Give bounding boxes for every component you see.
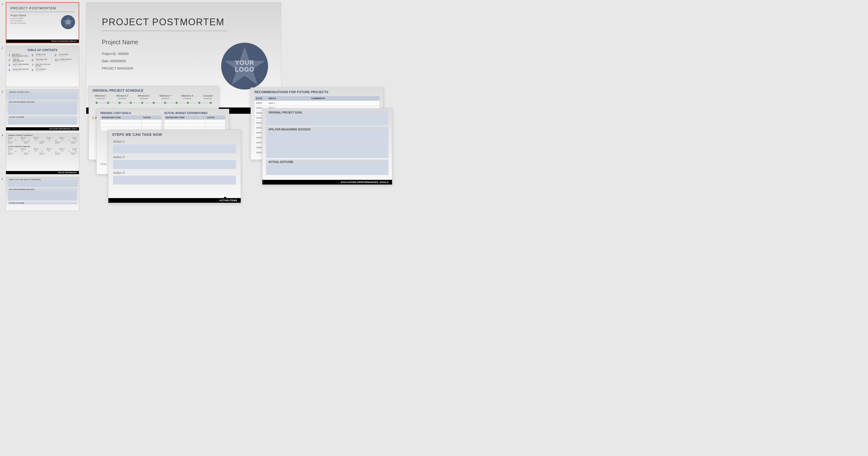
slide-canvas: PROJECT POSTMORTEM Project Name Project … <box>81 0 868 456</box>
schedule-milestones: Milestone 100/00/00Milestone 300/00/00Mi… <box>89 95 219 100</box>
thumb-number: 3 <box>2 90 6 93</box>
goal-card[interactable]: ORIGINAL PROJECT GOAL KPIs FOR MEASURING… <box>262 108 392 185</box>
schedule-timeline <box>89 100 219 106</box>
recommendations-title: RECOMMENDATIONS FOR FUTURE PROJECTS <box>251 88 383 96</box>
actions-footer: ACTION ITEMS <box>108 198 241 203</box>
goal-box <box>266 115 389 126</box>
thumb-title: PROJECT POSTMORTEM <box>10 6 79 10</box>
logo-badge: YOURLOGO <box>221 43 268 90</box>
toc-title: TABLE OF CONTENTS <box>6 49 79 52</box>
kpi-box <box>266 132 389 158</box>
thumb-number: 5 <box>2 177 6 181</box>
slide-thumbnail-3[interactable]: ORIGINAL PROJECT GOAL KPIs FOR MEASURING… <box>6 90 79 131</box>
thumb-number: 4 <box>2 133 6 137</box>
title-rule <box>102 31 227 31</box>
actions-card[interactable]: STEPS WE CAN TAKE NOW Action 1:Action 2:… <box>108 130 241 203</box>
actual-cost-table: BUDGETARY ITEMCOSTS <box>164 116 225 131</box>
slide-thumbnail-1[interactable]: PROJECT POSTMORTEM Project Name Project … <box>6 2 79 43</box>
outcome-box <box>266 164 389 175</box>
goal-footer: EVALUATING PERFORMANCES: GOALS <box>262 180 392 185</box>
action-box <box>113 160 236 169</box>
logo-badge: YOURLOGO <box>61 15 75 29</box>
thumb-rule <box>10 12 74 12</box>
original-cost-table: BUDGETARY ITEMCOSTS <box>100 116 161 131</box>
action-box <box>113 144 236 153</box>
schedule-title: ORIGINAL PROJECT SCHEDULE <box>89 86 219 95</box>
slide-thumbnails-panel: 1 PROJECT POSTMORTEM Project Name Projec… <box>0 0 81 456</box>
actions-title: STEPS WE CAN TAKE NOW <box>108 130 241 139</box>
thumb-number: 2 <box>2 46 6 50</box>
action-box <box>113 176 236 185</box>
thumb-number: 1 <box>2 2 6 6</box>
action-label: Action 2: <box>113 155 236 159</box>
action-label: Action 1: <box>113 140 236 143</box>
toc-grid: 1EVALUATING PERFORMANCES: GOALSDescripti… <box>6 54 79 72</box>
slide-title: PROJECT POSTMORTEM <box>102 17 281 28</box>
slide-thumbnail-5[interactable]: INITIAL GOAL FOR QUALITY STANDARDS KPIs … <box>6 177 79 211</box>
thumb-footer: PROJECT POSTMORTEM TEMPLATE <box>6 39 79 43</box>
slide-thumbnail-4[interactable]: ORIGINAL PROJECT SCHEDULE Milestone 100/… <box>6 133 79 174</box>
slide-thumbnail-2[interactable]: TABLE OF CONTENTS 1EVALUATING PERFORMANC… <box>6 46 79 87</box>
action-label: Action 3: <box>113 171 236 175</box>
